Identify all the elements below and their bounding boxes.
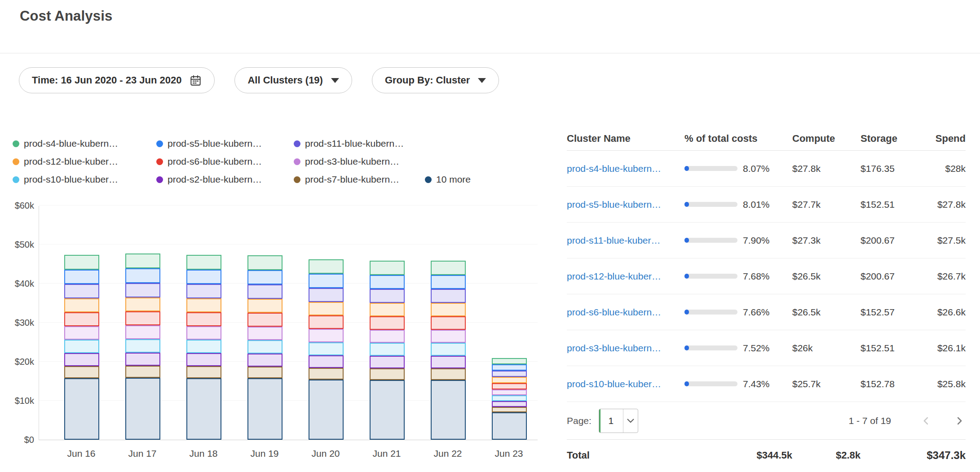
bar-segment-prod-s12-blue-kuber[interactable]: [247, 299, 283, 313]
bar-segment-prod-s6-blue-kubern[interactable]: [186, 312, 221, 326]
bar-segment-prod-s6-blue-kubern[interactable]: [247, 313, 283, 327]
legend-item-prod-s7-blue-kubern[interactable]: prod-s7-blue-kubern…: [294, 174, 425, 185]
bar-segment-prod-s6-blue-kubern[interactable]: [309, 315, 344, 329]
bar-segment-prod-s4-blue-kubern[interactable]: [64, 255, 99, 270]
bar-segment-prod-s7-blue-kubern[interactable]: [370, 368, 405, 380]
bar-segment-10-more[interactable]: [370, 380, 405, 440]
bar-segment-prod-s7-blue-kubern[interactable]: [64, 366, 99, 378]
bar-segment-prod-s2-blue-kubern[interactable]: [186, 353, 221, 366]
bar-segment-prod-s10-blue-kuber[interactable]: [64, 340, 99, 353]
bar-segment-prod-s2-blue-kubern[interactable]: [431, 356, 466, 368]
bar-segment-prod-s5-blue-kubern[interactable]: [431, 275, 466, 289]
bar-segment-prod-s3-blue-kubern[interactable]: [247, 327, 283, 340]
bar-segment-prod-s11-blue-kubern[interactable]: [64, 284, 99, 298]
bar-segment-prod-s12-blue-kuber[interactable]: [64, 298, 99, 312]
bar-jun-23[interactable]: [492, 358, 527, 440]
bar-segment-prod-s3-blue-kubern[interactable]: [64, 326, 99, 340]
clusters-filter[interactable]: All Clusters (19): [234, 67, 352, 93]
time-range-filter[interactable]: Time: 16 Jun 2020 - 23 Jun 2020: [19, 67, 215, 93]
bar-segment-prod-s12-blue-kuber[interactable]: [492, 377, 527, 383]
bar-segment-prod-s6-blue-kubern[interactable]: [431, 316, 466, 330]
bar-segment-prod-s7-blue-kubern[interactable]: [247, 367, 283, 378]
bar-segment-prod-s5-blue-kubern[interactable]: [492, 364, 527, 371]
bar-segment-prod-s3-blue-kubern[interactable]: [186, 326, 221, 340]
bar-segment-10-more[interactable]: [431, 380, 466, 440]
cluster-name-link[interactable]: prod-s6-blue-kubern…: [567, 307, 684, 318]
bar-segment-prod-s4-blue-kubern[interactable]: [370, 261, 405, 275]
bar-segment-prod-s3-blue-kubern[interactable]: [431, 330, 466, 343]
bar-segment-prod-s4-blue-kubern[interactable]: [247, 255, 283, 270]
legend-item-prod-s11-blue-kubern[interactable]: prod-s11-blue-kubern…: [294, 138, 425, 149]
bar-segment-prod-s12-blue-kuber[interactable]: [370, 303, 405, 316]
bar-segment-prod-s4-blue-kubern[interactable]: [125, 253, 160, 268]
bar-segment-prod-s7-blue-kubern[interactable]: [186, 366, 221, 378]
cluster-name-link[interactable]: prod-s11-blue-kuber…: [567, 235, 684, 246]
bar-segment-prod-s10-blue-kuber[interactable]: [186, 340, 221, 353]
cluster-name-link[interactable]: prod-s12-blue-kuber…: [567, 271, 684, 282]
bar-segment-prod-s10-blue-kuber[interactable]: [125, 339, 160, 353]
bar-segment-prod-s6-blue-kubern[interactable]: [370, 316, 405, 330]
bar-segment-10-more[interactable]: [247, 378, 283, 440]
next-page-button[interactable]: [953, 415, 966, 427]
cluster-name-link[interactable]: prod-s5-blue-kubern…: [567, 199, 684, 210]
bar-jun-18[interactable]: [186, 255, 221, 440]
bar-segment-prod-s11-blue-kubern[interactable]: [247, 284, 283, 299]
prev-page-button[interactable]: [920, 415, 932, 427]
bar-segment-prod-s10-blue-kuber[interactable]: [370, 343, 405, 356]
bar-segment-prod-s2-blue-kubern[interactable]: [309, 355, 344, 368]
bar-segment-10-more[interactable]: [309, 380, 344, 440]
bar-segment-prod-s2-blue-kubern[interactable]: [125, 353, 160, 366]
bar-segment-prod-s6-blue-kubern[interactable]: [492, 383, 527, 389]
bar-segment-prod-s5-blue-kubern[interactable]: [247, 270, 283, 284]
bar-segment-10-more[interactable]: [64, 378, 99, 440]
cluster-name-link[interactable]: prod-s4-blue-kubern…: [567, 163, 684, 174]
bar-jun-16[interactable]: [64, 255, 99, 440]
bar-segment-prod-s11-blue-kubern[interactable]: [431, 289, 466, 303]
legend-item-prod-s3-blue-kubern[interactable]: prod-s3-blue-kubern…: [294, 156, 425, 167]
cluster-name-link[interactable]: prod-s10-blue-kuber…: [567, 379, 684, 389]
bar-segment-prod-s3-blue-kubern[interactable]: [309, 329, 344, 342]
bar-segment-prod-s6-blue-kubern[interactable]: [125, 311, 160, 325]
bar-segment-prod-s10-blue-kuber[interactable]: [247, 340, 283, 354]
bar-segment-prod-s2-blue-kubern[interactable]: [370, 356, 405, 368]
bar-segment-prod-s11-blue-kubern[interactable]: [186, 284, 221, 298]
bar-jun-19[interactable]: [247, 255, 283, 440]
bar-segment-prod-s12-blue-kuber[interactable]: [309, 302, 344, 315]
bar-jun-17[interactable]: [125, 253, 160, 440]
bar-segment-prod-s7-blue-kubern[interactable]: [125, 366, 160, 378]
group-by-filter[interactable]: Group By: Cluster: [372, 67, 499, 93]
bar-segment-prod-s11-blue-kubern[interactable]: [370, 289, 405, 303]
bar-segment-prod-s5-blue-kubern[interactable]: [370, 275, 405, 289]
bar-segment-prod-s10-blue-kuber[interactable]: [309, 342, 344, 355]
bar-segment-prod-s4-blue-kubern[interactable]: [186, 255, 221, 270]
bar-segment-prod-s5-blue-kubern[interactable]: [186, 270, 221, 284]
bar-segment-prod-s7-blue-kubern[interactable]: [309, 368, 344, 380]
legend-item-prod-s6-blue-kubern[interactable]: prod-s6-blue-kubern…: [156, 156, 294, 167]
bar-segment-10-more[interactable]: [125, 378, 160, 440]
bar-segment-prod-s3-blue-kubern[interactable]: [370, 330, 405, 343]
bar-segment-prod-s3-blue-kubern[interactable]: [492, 389, 527, 395]
bar-jun-20[interactable]: [309, 259, 344, 440]
bar-jun-21[interactable]: [370, 261, 405, 440]
bar-segment-prod-s5-blue-kubern[interactable]: [64, 270, 99, 284]
bar-segment-prod-s12-blue-kuber[interactable]: [186, 298, 221, 312]
bar-segment-prod-s5-blue-kubern[interactable]: [125, 268, 160, 283]
bar-segment-prod-s4-blue-kubern[interactable]: [492, 358, 527, 364]
legend-item-prod-s4-blue-kubern[interactable]: prod-s4-blue-kubern…: [13, 138, 156, 149]
bar-jun-22[interactable]: [431, 261, 466, 440]
bar-segment-prod-s2-blue-kubern[interactable]: [247, 354, 283, 367]
bar-segment-prod-s3-blue-kubern[interactable]: [125, 325, 160, 339]
bar-segment-prod-s11-blue-kubern[interactable]: [125, 283, 160, 297]
bar-segment-prod-s7-blue-kubern[interactable]: [431, 368, 466, 380]
legend-item-10-more[interactable]: 10 more: [425, 174, 471, 185]
bar-segment-prod-s12-blue-kuber[interactable]: [125, 297, 160, 311]
bar-segment-prod-s10-blue-kuber[interactable]: [431, 343, 466, 356]
bar-segment-prod-s6-blue-kubern[interactable]: [64, 312, 99, 326]
bar-segment-prod-s7-blue-kubern[interactable]: [492, 407, 527, 412]
bar-segment-prod-s12-blue-kuber[interactable]: [431, 303, 466, 316]
bar-segment-prod-s10-blue-kuber[interactable]: [492, 395, 527, 401]
bar-segment-10-more[interactable]: [186, 378, 221, 440]
cluster-name-link[interactable]: prod-s3-blue-kubern…: [567, 343, 684, 354]
bar-segment-prod-s4-blue-kubern[interactable]: [309, 259, 344, 274]
bar-segment-prod-s2-blue-kubern[interactable]: [64, 353, 99, 366]
